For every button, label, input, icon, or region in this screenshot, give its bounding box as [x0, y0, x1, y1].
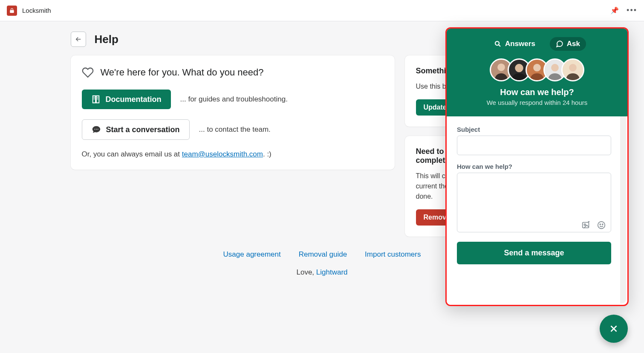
chat-title: How can we help? [455, 87, 619, 97]
svg-point-0 [94, 129, 95, 130]
svg-point-18 [602, 224, 603, 225]
documentation-button[interactable]: Documentation [82, 90, 171, 109]
chat-icon [92, 125, 101, 134]
chat-body: Subject How can we help? Send a message [447, 116, 621, 305]
chat-tab-answers-label: Answers [505, 40, 535, 48]
chat-widget: Answers Ask How can we help? We usually … [445, 27, 629, 306]
chat-subtitle: We usually respond within 24 hours [455, 99, 619, 106]
chat-header: Answers Ask How can we help? We usually … [447, 29, 627, 116]
documentation-desc: ... for guides and troubleshooting. [180, 95, 288, 104]
message-label: How can we help? [457, 163, 611, 170]
support-avatars [455, 58, 619, 81]
arrow-left-icon [75, 35, 82, 43]
app-topbar: Locksmith 📌 ••• [0, 0, 644, 21]
contact-email-link[interactable]: team@uselocksmith.com [182, 150, 263, 158]
email-line: Or, you can always email us at team@usel… [82, 150, 384, 159]
subject-input[interactable] [457, 136, 611, 155]
start-conversation-button[interactable]: Start a conversation [82, 119, 190, 140]
avatar [561, 58, 584, 81]
svg-point-16 [598, 222, 605, 229]
chat-close-button[interactable] [600, 315, 628, 343]
attach-image-icon[interactable] [581, 220, 591, 230]
heart-icon [82, 67, 94, 78]
app-title: Locksmith [22, 7, 51, 14]
svg-point-17 [600, 224, 601, 225]
close-icon [608, 323, 619, 334]
footer-love-prefix: Love, [296, 268, 316, 276]
emoji-icon[interactable] [597, 220, 606, 230]
svg-point-9 [533, 64, 541, 72]
svg-point-15 [584, 224, 586, 226]
svg-point-7 [515, 64, 523, 72]
email-suffix: . :) [263, 150, 271, 158]
documentation-button-label: Documentation [106, 95, 162, 104]
email-prefix: Or, you can always email us at [82, 150, 182, 158]
footer-link-import[interactable]: Import customers [365, 250, 421, 259]
speech-icon [556, 40, 563, 48]
search-icon [494, 40, 502, 48]
back-button[interactable] [71, 32, 86, 47]
footer-link-removal[interactable]: Removal guide [299, 250, 347, 259]
pin-icon[interactable]: 📌 [610, 6, 619, 14]
book-icon [91, 95, 101, 104]
start-conversation-button-label: Start a conversation [106, 125, 180, 134]
help-card: We're here for you. What do you need? Do… [71, 55, 395, 170]
chat-tab-ask-label: Ask [567, 40, 580, 48]
start-conversation-desc: ... to contact the team. [199, 125, 271, 134]
svg-point-13 [569, 64, 577, 72]
svg-point-1 [96, 129, 97, 130]
svg-point-5 [497, 64, 505, 71]
subject-label: Subject [457, 126, 611, 133]
svg-point-11 [551, 64, 559, 72]
svg-point-3 [495, 41, 499, 45]
page-title: Help [95, 33, 118, 46]
footer-link-usage[interactable]: Usage agreement [223, 250, 281, 259]
app-logo-icon [7, 6, 17, 16]
chat-tab-answers[interactable]: Answers [488, 37, 541, 51]
chat-tab-ask[interactable]: Ask [550, 37, 586, 51]
svg-point-2 [97, 129, 98, 130]
hero-text: We're here for you. What do you need? [101, 67, 264, 78]
send-message-button[interactable]: Send a message [457, 242, 611, 264]
footer-lightward-link[interactable]: Lightward [316, 268, 348, 276]
more-menu-icon[interactable]: ••• [627, 6, 637, 15]
